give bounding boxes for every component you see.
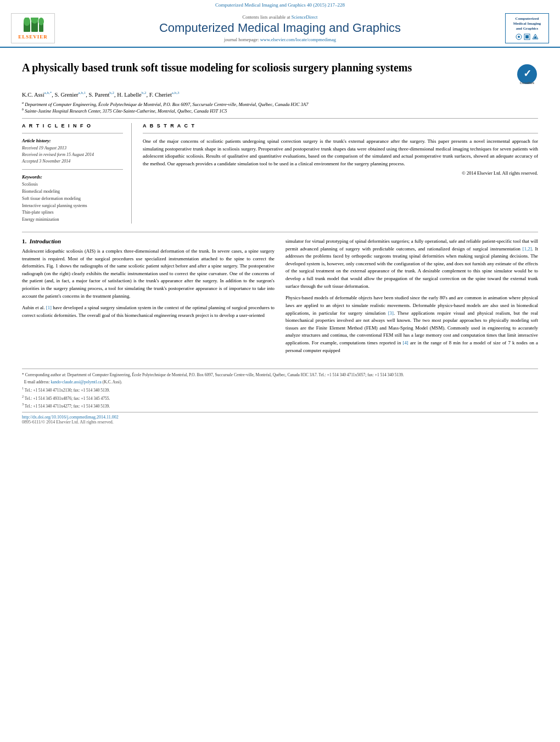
svg-text:✓: ✓ — [523, 68, 531, 79]
doi-text[interactable]: http://dx.doi.org/10.1016/j.compmedimag.… — [22, 415, 119, 420]
article-history-label: Article history: — [22, 138, 123, 143]
footnotes-area: * Corresponding author at: Department of… — [22, 369, 538, 409]
journal-header: ELSEVIER Contents lists available at Sci… — [0, 9, 560, 48]
journal-citation-text: Computerized Medical Imaging and Graphic… — [215, 2, 345, 8]
contents-available: Contents lists available at ScienceDirec… — [60, 14, 500, 20]
svg-point-5 — [38, 18, 44, 25]
affiliation-b-text: Sainte-Justine Hospital Research Center,… — [25, 108, 227, 114]
intro-para-3: simulator for virtual prototyping of spi… — [285, 238, 538, 290]
contents-text: Contents lists available at — [243, 14, 290, 20]
copyright-line: © 2014 Elsevier Ltd. All rights reserved… — [143, 170, 538, 176]
article-title-text: A physically based trunk soft tissue mod… — [22, 60, 516, 75]
footnote-2: 2 Tel.: +1 514 345 4931x4876; fax: +1 51… — [22, 394, 538, 401]
keyword-6: Energy minimization — [22, 216, 123, 224]
keyword-4: Interactive surgical planning systems — [22, 203, 123, 210]
section-1-title: 1. Introduction — [22, 238, 275, 244]
article-info-heading: A R T I C L E I N F O — [22, 123, 123, 129]
footnote-1: 1 Tel.: +1 514 340 4711x2130; fax: +1 51… — [22, 386, 538, 393]
accepted-date: Accepted 3 November 2014 — [22, 158, 123, 165]
divider-1 — [22, 118, 538, 119]
bottom-bar: http://dx.doi.org/10.1016/j.compmedimag.… — [22, 412, 538, 425]
elsevier-wordmark: ELSEVIER — [18, 34, 48, 40]
divider-abstract — [143, 133, 538, 133]
affiliation-b: b Sainte-Justine Hospital Research Cente… — [22, 108, 538, 114]
body-col-left: 1. Introduction Adolescent idiopathic sc… — [22, 238, 275, 359]
journal-title-center: Contents lists available at ScienceDirec… — [55, 14, 505, 42]
keyword-5: Thin-plate splines — [22, 209, 123, 216]
intro-para-1: Adolescent idiopathic scoliosis (AIS) is… — [22, 248, 275, 300]
sciencedirect-link[interactable]: ScienceDirect — [292, 14, 318, 20]
keyword-1: Scoliosis — [22, 181, 123, 188]
journal-logo-icon — [516, 34, 522, 40]
journal-logo-icon3 — [532, 34, 539, 40]
svg-text:CrossMark: CrossMark — [520, 81, 534, 85]
page-wrapper: Computerized Medical Imaging and Graphic… — [0, 0, 560, 425]
section-1-title-text: Introduction — [30, 238, 61, 244]
elsevier-logo: ELSEVIER — [11, 13, 55, 43]
affiliation-a: a Department of Computer Engineering, Éc… — [22, 101, 538, 107]
footnote-email: E-mail address: kando-claude.assi@polymt… — [22, 379, 538, 385]
doi-line[interactable]: http://dx.doi.org/10.1016/j.compmedimag.… — [22, 415, 538, 420]
crossmark-logo: ✓ CrossMark — [516, 63, 538, 85]
body-two-col: 1. Introduction Adolescent idiopathic sc… — [22, 232, 538, 359]
journal-citation-banner: Computerized Medical Imaging and Graphic… — [0, 0, 560, 9]
footnote-3: 3 Tel.: +1 514 340 4711x4277; fax: +1 51… — [22, 401, 538, 409]
footnote-star: * Corresponding author at: Department of… — [22, 372, 538, 378]
article-info-col: A R T I C L E I N F O Article history: R… — [22, 123, 132, 224]
divider-keywords — [22, 169, 123, 170]
svg-point-7 — [518, 36, 520, 38]
abstract-col: A B S T R A C T One of the major concern… — [143, 123, 538, 224]
keywords-list: Scoliosis Biomedical modeling Soft tissu… — [22, 181, 123, 224]
history-dates: Received 19 August 2013 Received in revi… — [22, 145, 123, 165]
abstract-text: One of the major concerns of scoliotic p… — [143, 138, 538, 168]
affiliations: a Department of Computer Engineering, Éc… — [22, 101, 538, 114]
issn-line: 0895-6111/© 2014 Elsevier Ltd. All right… — [22, 420, 538, 425]
journal-homepage: journal homepage: www.elsevier.com/locat… — [60, 37, 500, 42]
divider-info — [22, 133, 123, 133]
section-1-number: 1. — [22, 238, 26, 244]
main-content: A physically based trunk soft tissue mod… — [0, 48, 560, 364]
journal-logo-icon2 — [524, 34, 530, 40]
homepage-url[interactable]: www.elsevier.com/locate/compmedimag — [260, 37, 336, 42]
svg-rect-9 — [525, 35, 529, 38]
keyword-3: Soft tissue deformation modeling — [22, 196, 123, 203]
keyword-2: Biomedical modeling — [22, 188, 123, 196]
journal-logo-right: Computerized Medical Imaging and Graphic… — [505, 13, 549, 43]
abstract-heading: A B S T R A C T — [143, 123, 538, 129]
body-col-right: simulator for virtual prototyping of spi… — [285, 238, 538, 359]
keywords-label: Keywords: — [22, 174, 123, 180]
elsevier-tree-icon — [21, 18, 46, 34]
article-title-row: A physically based trunk soft tissue mod… — [22, 60, 538, 85]
homepage-label: journal homepage: — [224, 37, 259, 42]
authors-line: K.C. Assia,b,*, S. Greniera,b,1, S. Pare… — [22, 91, 538, 98]
journal-name: Computerized Medical Imaging and Graphic… — [60, 21, 500, 35]
intro-para-2: Aubin et al. [1] have developed a spinal… — [22, 304, 275, 319]
received-date: Received 19 August 2013 — [22, 145, 123, 152]
affiliation-a-text: Department of Computer Engineering, Écol… — [25, 101, 308, 107]
info-abstract-row: A R T I C L E I N F O Article history: R… — [22, 123, 538, 224]
intro-para-4: Physics-based models of deformable objec… — [285, 294, 538, 354]
revised-date: Received in revised form 15 August 2014 — [22, 152, 123, 158]
